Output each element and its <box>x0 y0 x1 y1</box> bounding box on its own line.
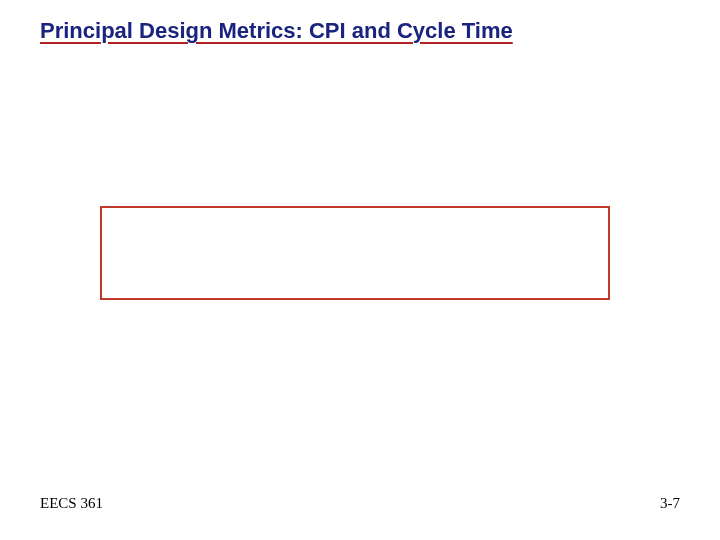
highlight-box <box>100 206 610 300</box>
footer-page-number: 3-7 <box>660 495 680 512</box>
footer-course: EECS 361 <box>40 495 103 512</box>
slide-title: Principal Design Metrics: CPI and Cycle … <box>40 18 513 44</box>
slide: Principal Design Metrics: CPI and Cycle … <box>0 0 720 540</box>
